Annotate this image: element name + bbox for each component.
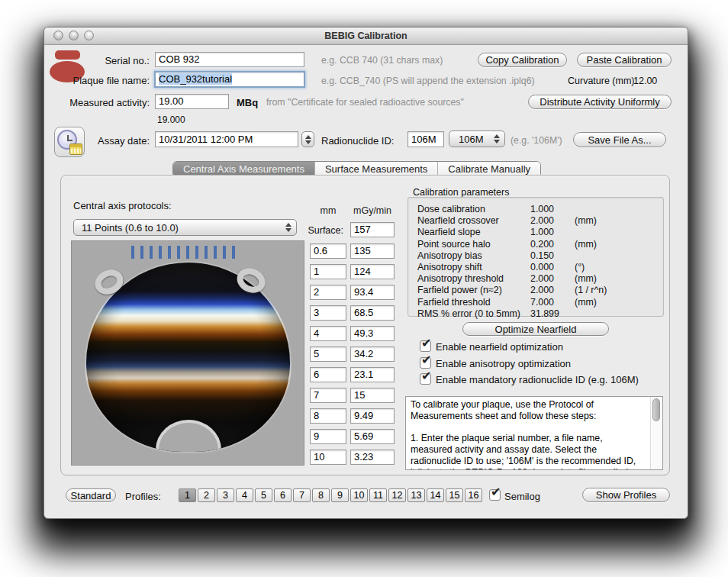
show-profiles-button[interactable]: Show Profiles — [582, 488, 670, 502]
dose-rate-input[interactable]: 49.3 — [350, 326, 395, 341]
checkmark-icon: ✔ — [491, 485, 501, 499]
distribute-activity-button[interactable]: Distribute Activity Uniformly — [528, 95, 672, 109]
profile-buttons: 12345678910111213141516 — [179, 488, 482, 502]
serial-input[interactable]: COB 932 — [155, 52, 304, 67]
profile-button-16[interactable]: 16 — [465, 488, 482, 502]
scrollbar[interactable] — [650, 397, 662, 469]
activity-input[interactable]: 19.00 — [155, 94, 229, 109]
ruler-tick-icon — [214, 246, 217, 259]
profile-button-12[interactable]: 12 — [388, 488, 406, 502]
paste-calibration-button[interactable]: Paste Calibration — [577, 53, 672, 67]
checkmark-icon: ✔ — [421, 336, 431, 350]
protocols-label: Central axis protocols: — [73, 200, 172, 211]
checkbox[interactable]: ✔ — [420, 373, 431, 385]
profile-button-6[interactable]: 6 — [274, 488, 292, 502]
activity-computed: 19.000 — [157, 114, 185, 125]
checkbox[interactable]: ✔ — [420, 340, 431, 352]
dose-rate-input[interactable]: 3.23 — [350, 450, 395, 465]
checkmark-icon: ✔ — [421, 369, 431, 383]
activity-unit: MBq — [237, 97, 258, 108]
profile-button-7[interactable]: 7 — [293, 488, 311, 502]
parameter-row: Point source halo0.200(mm) — [417, 239, 660, 250]
ruler-tick-icon — [205, 246, 208, 259]
profile-button-13[interactable]: 13 — [407, 488, 425, 502]
depth-input[interactable]: 0.6 — [310, 243, 346, 259]
profile-button-15[interactable]: 15 — [446, 488, 463, 502]
assay-date-input[interactable]: 10/31/2011 12:00 PM — [155, 131, 298, 147]
depth-input[interactable]: 2 — [310, 285, 346, 300]
file-name-hint: e.g. CCB_740 (PS will append the extensi… — [321, 76, 535, 86]
plaque-photo — [71, 240, 304, 466]
selected-text: COB_932tutorial — [159, 73, 232, 85]
title-bar[interactable]: BEBIG Calibration — [44, 27, 688, 45]
parameter-row: Nearfield slope1.000 — [417, 227, 660, 238]
parameter-row: Anisotropy threshold2.000(mm) — [417, 273, 660, 285]
profile-button-3[interactable]: 3 — [217, 488, 234, 502]
curvature-label: Curvature (mm): — [568, 76, 637, 86]
standard-button[interactable]: Standard — [66, 488, 116, 502]
ruler-tick-icon — [186, 246, 189, 259]
ruler-tick-icon — [168, 246, 171, 259]
scrollbar-thumb[interactable] — [652, 398, 660, 421]
depth-input[interactable]: 10 — [310, 450, 346, 465]
ruler-tick-icon — [159, 246, 162, 259]
profile-button-9[interactable]: 9 — [331, 488, 349, 502]
radionuclide-dropdown[interactable]: 106M — [449, 131, 505, 147]
assay-date-stepper[interactable] — [301, 131, 314, 147]
depth-input[interactable]: 3 — [310, 305, 346, 321]
file-name-input[interactable]: COB_932tutorial — [154, 71, 305, 88]
ruler-tick-icon — [131, 246, 134, 259]
save-file-as-button[interactable]: Save File As... — [573, 132, 666, 147]
profile-button-10[interactable]: 10 — [350, 488, 368, 502]
dose-rate-input[interactable]: 124 — [350, 264, 395, 279]
checkbox[interactable]: ✔ — [420, 357, 431, 369]
instructions-box[interactable]: To calibrate your plaque, use the Protoc… — [405, 396, 663, 470]
radionuclide-input[interactable]: 106M — [407, 131, 444, 147]
depth-input[interactable]: 8 — [310, 408, 346, 424]
profile-button-1[interactable]: 1 — [179, 488, 196, 502]
depth-input[interactable]: 1 — [310, 264, 346, 279]
depth-input[interactable]: 9 — [310, 429, 346, 444]
depth-input[interactable]: 7 — [310, 388, 346, 403]
parameter-row: Farfield power (n≈2)2.000(1 / r^n) — [417, 285, 660, 296]
dose-column-header: mGy/min — [349, 205, 396, 216]
radionuclide-hint: (e.g. '106M') — [511, 135, 562, 146]
semilog-checkbox[interactable]: ✔ — [489, 489, 501, 501]
window-title: BEBIG Calibration — [44, 27, 688, 44]
dose-rate-input[interactable]: 135 — [350, 243, 395, 259]
dose-rate-input[interactable]: 15 — [350, 388, 395, 403]
radionuclide-label: Radionuclide ID: — [321, 135, 394, 147]
ruler-tick-icon — [195, 246, 198, 259]
profile-button-4[interactable]: 4 — [236, 488, 253, 502]
profile-button-2[interactable]: 2 — [198, 488, 215, 502]
file-name-label: Plaque file name: — [44, 75, 150, 86]
dose-rate-input[interactable]: 9.49 — [350, 408, 395, 424]
parameter-row: RMS % error (0 to 5mm)31.899 — [417, 308, 660, 320]
activity-hint: from "Certificate for sealed radioactive… — [266, 97, 464, 108]
dose-rate-input[interactable]: 23.1 — [350, 367, 395, 382]
copy-calibration-button[interactable]: Copy Calibration — [478, 53, 567, 67]
profile-button-8[interactable]: 8 — [312, 488, 330, 502]
protocol-dropdown[interactable]: 11 Points (0.6 to 10.0) — [73, 219, 297, 236]
dose-rate-input[interactable]: 93.4 — [350, 285, 395, 300]
optimize-nearfield-button[interactable]: Optimize Nearfield — [462, 322, 609, 336]
ruler-tick-icon — [232, 246, 235, 259]
serial-hint: e.g. CCB 740 (31 chars max) — [321, 55, 443, 66]
profile-button-5[interactable]: 5 — [255, 488, 272, 502]
checkbox-label: Enable nearfield optimization — [436, 341, 563, 353]
dose-rate-input[interactable]: 34.2 — [350, 347, 395, 362]
profile-button-14[interactable]: 14 — [427, 488, 444, 502]
ruler-tick-icon — [177, 246, 180, 259]
instructions-paragraph: 1. Enter the plaque serial number, a fil… — [411, 433, 639, 470]
calibration-parameters-title: Calibration parameters — [413, 187, 509, 198]
depth-input[interactable]: 5 — [310, 347, 346, 362]
depth-input[interactable]: 4 — [310, 326, 346, 341]
dose-rate-input[interactable]: 68.5 — [350, 305, 395, 321]
ruler-tick-icon — [140, 246, 143, 259]
depth-input[interactable]: 6 — [310, 367, 346, 382]
parameter-row: Dose calibration1.000 — [417, 204, 660, 215]
dose-rate-input[interactable]: 5.69 — [350, 429, 395, 444]
parameter-row: Nearfield crossover2.000(mm) — [417, 215, 660, 227]
surface-dose-input[interactable]: 157 — [350, 222, 395, 237]
profile-button-11[interactable]: 11 — [369, 488, 387, 502]
